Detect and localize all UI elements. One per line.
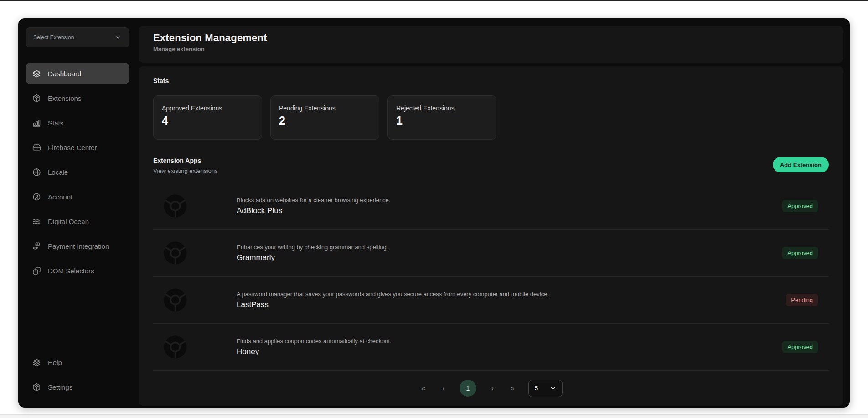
apps-header-text: Extension Apps View existing extensions <box>153 157 217 174</box>
extension-row-lastpass[interactable]: A password manager that saves your passw… <box>153 277 829 324</box>
sidebar-item-label: Extensions <box>48 94 81 102</box>
sidebar-item-dashboard[interactable]: Dashboard <box>26 63 129 84</box>
first-page-button[interactable]: « <box>419 384 428 393</box>
sidebar-item-label: DOM Selectors <box>48 267 94 275</box>
extension-text: A password manager that saves your passw… <box>237 291 549 309</box>
window-top-edge <box>0 0 868 1</box>
page-subtitle: Manage extension <box>153 46 829 52</box>
bar-chart-icon <box>32 118 41 128</box>
extension-description: A password manager that saves your passw… <box>237 291 549 298</box>
page-header: Extension Management Manage extension <box>139 26 843 63</box>
sidebar-item-digital-ocean[interactable]: Digital Ocean <box>26 211 129 232</box>
sidebar-item-label: Dashboard <box>48 70 81 78</box>
chrome-icon <box>163 241 187 265</box>
chevron-down-icon <box>550 385 556 392</box>
add-extension-button[interactable]: Add Extension <box>773 157 829 172</box>
status-badge: Approved <box>782 341 818 353</box>
page-size-value: 5 <box>535 385 538 392</box>
stat-label: Rejected Extensions <box>396 104 488 112</box>
extension-text: Blocks ads on websites for a cleaner bro… <box>237 197 390 215</box>
sidebar-item-label: Help <box>48 359 62 366</box>
next-page-button[interactable]: › <box>488 384 496 393</box>
current-page-button[interactable]: 1 <box>460 380 476 397</box>
stats-cards: Approved Extensions 4 Pending Extensions… <box>153 95 829 140</box>
sidebar-item-stats[interactable]: Stats <box>26 112 129 133</box>
status-badge: Approved <box>782 200 818 212</box>
sidebar-item-extensions[interactable]: Extensions <box>26 88 129 109</box>
hand-coin-icon <box>32 241 41 251</box>
extension-name: Honey <box>237 347 392 356</box>
pagination: « ‹ 1 › » 5 <box>153 371 829 406</box>
chrome-icon <box>163 335 187 359</box>
extension-row-honey[interactable]: Finds and applies coupon codes automatic… <box>153 324 829 371</box>
sidebar-item-settings[interactable]: Settings <box>26 376 129 397</box>
waves-icon <box>32 217 41 226</box>
sidebar-item-label: Account <box>48 193 72 201</box>
main-content: Extension Management Manage extension St… <box>137 18 850 408</box>
extension-name: LastPass <box>237 300 549 309</box>
apps-section-sublabel: View existing extensions <box>153 167 217 174</box>
extension-text: Finds and applies coupon codes automatic… <box>237 338 392 356</box>
chevron-down-icon <box>114 34 122 41</box>
last-page-button[interactable]: » <box>508 384 517 393</box>
sidebar-item-label: Stats <box>48 119 63 127</box>
extension-row-adblock-plus[interactable]: Blocks ads on websites for a cleaner bro… <box>153 183 829 230</box>
globe-icon <box>32 167 41 177</box>
squares-icon <box>32 266 41 276</box>
package-icon <box>32 94 41 103</box>
extension-row-grammarly[interactable]: Enhances your writing by checking gramma… <box>153 230 829 277</box>
select-extension-label: Select Extension <box>33 34 74 41</box>
chrome-icon <box>163 288 187 312</box>
sidebar: Select Extension Dashboard Extensions St… <box>18 18 137 408</box>
extension-name: Grammarly <box>237 253 388 262</box>
sidebar-footer-nav: Help Settings <box>26 352 129 397</box>
sidebar-item-dom-selectors[interactable]: DOM Selectors <box>26 260 129 281</box>
stat-label: Pending Extensions <box>279 104 371 112</box>
extension-description: Blocks ads on websites for a cleaner bro… <box>237 197 390 204</box>
stats-section-label: Stats <box>153 77 829 84</box>
previous-page-button[interactable]: ‹ <box>439 384 448 393</box>
extension-text: Enhances your writing by checking gramma… <box>237 244 388 262</box>
sidebar-item-label: Settings <box>48 383 72 391</box>
stat-label: Approved Extensions <box>162 104 253 112</box>
stat-card-rejected: Rejected Extensions 1 <box>388 95 496 140</box>
stat-value: 1 <box>396 114 488 127</box>
page-size-select[interactable]: 5 <box>528 380 563 397</box>
status-badge: Pending <box>786 294 818 306</box>
hard-drive-icon <box>32 143 41 152</box>
extension-description: Finds and applies coupon codes automatic… <box>237 338 392 345</box>
stat-value: 4 <box>162 114 253 127</box>
content-card: Stats Approved Extensions 4 Pending Exte… <box>139 66 843 406</box>
stat-card-pending: Pending Extensions 2 <box>270 95 379 140</box>
apps-section-label: Extension Apps <box>153 157 217 164</box>
sidebar-item-label: Digital Ocean <box>48 218 89 225</box>
extension-list: Blocks ads on websites for a cleaner bro… <box>153 183 829 371</box>
stat-value: 2 <box>279 114 371 127</box>
sidebar-nav: Dashboard Extensions Stats Firebase Cent… <box>26 63 129 285</box>
sidebar-item-firebase-center[interactable]: Firebase Center <box>26 137 129 158</box>
sidebar-item-locale[interactable]: Locale <box>26 162 129 183</box>
extension-name: AdBlock Plus <box>237 206 390 215</box>
sidebar-item-payment-integration[interactable]: Payment Integration <box>26 235 129 256</box>
user-badge-icon <box>32 192 41 202</box>
sidebar-item-label: Locale <box>48 168 68 176</box>
page-title: Extension Management <box>153 32 829 44</box>
layers-icon <box>32 69 41 78</box>
apps-header: Extension Apps View existing extensions … <box>153 157 829 174</box>
sidebar-item-account[interactable]: Account <box>26 186 129 207</box>
chrome-icon <box>163 194 187 218</box>
extension-description: Enhances your writing by checking gramma… <box>237 244 388 251</box>
select-extension-dropdown[interactable]: Select Extension <box>26 27 129 47</box>
layers-icon <box>32 358 41 367</box>
app-frame: Select Extension Dashboard Extensions St… <box>18 18 850 408</box>
sidebar-item-label: Payment Integration <box>48 242 109 250</box>
package-icon <box>32 382 41 392</box>
sidebar-item-help[interactable]: Help <box>26 352 129 373</box>
stat-card-approved: Approved Extensions 4 <box>153 95 262 140</box>
status-badge: Approved <box>782 247 818 259</box>
window-bottom-strip <box>0 414 868 418</box>
sidebar-item-label: Firebase Center <box>48 144 97 152</box>
